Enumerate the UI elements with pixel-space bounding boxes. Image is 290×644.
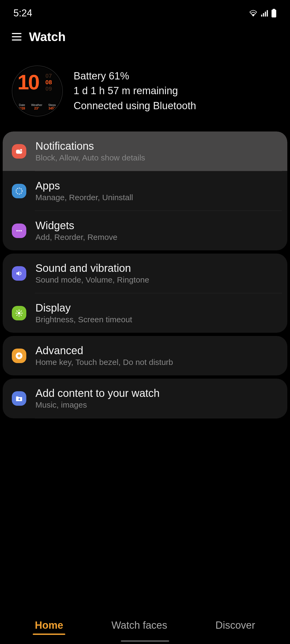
- apps-icon: [12, 184, 26, 198]
- settings-group-2: Sound and vibration Sound mode, Volume, …: [3, 254, 287, 333]
- svg-line-19: [21, 315, 21, 316]
- remaining-text: 1 d 1 h 57 m remaining: [74, 84, 196, 98]
- notifications-icon: [12, 144, 26, 159]
- svg-point-0: [252, 14, 254, 16]
- tab-home[interactable]: Home: [34, 617, 64, 633]
- svg-point-9: [16, 188, 22, 194]
- item-title: Advanced: [35, 345, 173, 357]
- settings-group-3: Advanced Home key, Touch bezel, Do not d…: [3, 336, 287, 375]
- item-advanced[interactable]: Advanced Home key, Touch bezel, Do not d…: [3, 336, 287, 375]
- watchface-stat-steps: Steps 3457: [48, 103, 56, 110]
- item-title: Sound and vibration: [35, 262, 149, 274]
- svg-rect-1: [261, 15, 262, 17]
- svg-line-18: [17, 311, 17, 312]
- tab-watch-faces[interactable]: Watch faces: [110, 617, 168, 633]
- svg-point-12: [20, 230, 22, 231]
- svg-point-13: [18, 312, 20, 314]
- menu-icon[interactable]: [12, 33, 21, 41]
- svg-rect-3: [265, 12, 266, 16]
- item-subtitle: Music, images: [35, 400, 160, 409]
- connection-text: Connected using Bluetooth: [74, 99, 196, 113]
- widgets-icon: [12, 224, 26, 238]
- item-title: Widgets: [35, 219, 117, 232]
- watchface-hour: 10: [17, 72, 39, 93]
- svg-rect-2: [263, 13, 264, 17]
- battery-text: Battery 61%: [74, 69, 196, 83]
- status-bar: 5:24: [0, 0, 290, 21]
- item-subtitle: Home key, Touch bezel, Do not disturb: [35, 358, 173, 367]
- watchface-minutes-column: 07 08 09: [45, 73, 52, 92]
- watchface-stat-weather: Weather 23°: [31, 103, 42, 110]
- svg-point-10: [16, 230, 18, 231]
- settings-group-4: Add content to your watch Music, images: [3, 379, 287, 418]
- svg-point-11: [19, 230, 20, 231]
- gear-icon: [12, 349, 26, 363]
- item-apps[interactable]: Apps Manage, Reorder, Uninstall: [3, 171, 287, 211]
- svg-line-21: [21, 311, 21, 312]
- signal-icon: [260, 9, 269, 17]
- item-title: Notifications: [35, 140, 145, 152]
- wifi-icon: [249, 9, 258, 17]
- folder-arrow-icon: [12, 391, 26, 406]
- tab-discover[interactable]: Discover: [214, 617, 256, 633]
- bottom-nav: Home Watch faces Discover: [0, 612, 290, 633]
- item-notifications[interactable]: Notifications Block, Allow, Auto show de…: [3, 131, 287, 171]
- app-header: Watch: [0, 21, 290, 49]
- watch-status-text: Battery 61% 1 d 1 h 57 m remaining Conne…: [74, 69, 196, 113]
- watch-summary[interactable]: 10 07 08 09 Date 4/28 Weather 23° Steps …: [0, 49, 290, 130]
- status-icons: [249, 9, 277, 17]
- divider: [35, 418, 282, 418]
- item-subtitle: Manage, Reorder, Uninstall: [35, 193, 133, 202]
- brightness-icon: [12, 306, 26, 320]
- item-subtitle: Sound mode, Volume, Ringtone: [35, 275, 149, 284]
- svg-point-8: [20, 149, 22, 151]
- watchface-stat-date: Date 4/28: [19, 103, 25, 110]
- watch-face-preview[interactable]: 10 07 08 09 Date 4/28 Weather 23° Steps …: [12, 65, 63, 116]
- item-subtitle: Block, Allow, Auto show details: [35, 153, 145, 162]
- svg-rect-5: [271, 10, 276, 17]
- svg-point-23: [18, 355, 20, 357]
- item-add-content[interactable]: Add content to your watch Music, images: [3, 379, 287, 418]
- item-title: Display: [35, 302, 132, 314]
- item-sound[interactable]: Sound and vibration Sound mode, Volume, …: [3, 254, 287, 293]
- settings-group-1: Notifications Block, Allow, Auto show de…: [3, 131, 287, 250]
- item-display[interactable]: Display Brightness, Screen timeout: [3, 293, 287, 333]
- svg-line-20: [17, 315, 17, 316]
- page-title: Watch: [29, 30, 66, 44]
- status-time: 5:24: [13, 8, 32, 19]
- svg-rect-6: [273, 9, 275, 10]
- gesture-bar: [121, 640, 169, 642]
- item-title: Add content to your watch: [35, 387, 160, 399]
- item-subtitle: Brightness, Screen timeout: [35, 315, 132, 324]
- svg-rect-4: [267, 10, 268, 17]
- battery-icon: [271, 9, 277, 17]
- item-widgets[interactable]: Widgets Add, Reorder, Remove: [3, 211, 287, 250]
- sound-icon: [12, 266, 26, 281]
- item-title: Apps: [35, 180, 133, 192]
- item-subtitle: Add, Reorder, Remove: [35, 233, 117, 242]
